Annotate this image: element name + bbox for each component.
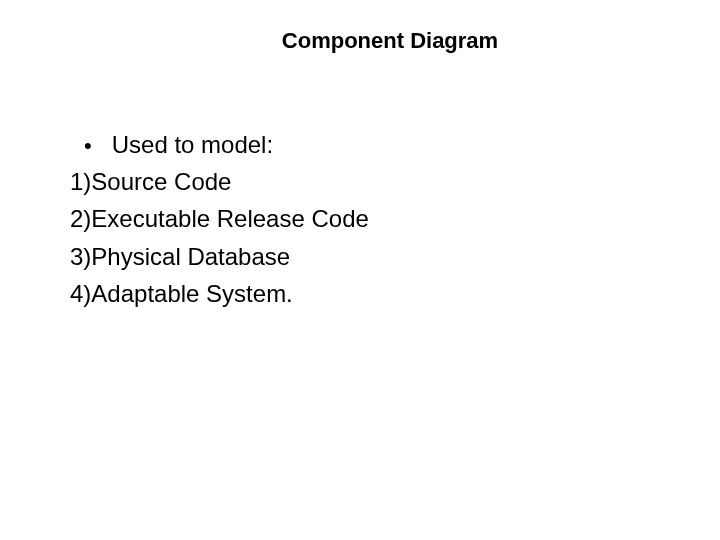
list-item: 3)Physical Database xyxy=(70,238,650,275)
bullet-marker: • xyxy=(84,129,92,163)
list-item: 2)Executable Release Code xyxy=(70,200,650,237)
slide-container: Component Diagram • Used to model: 1)Sou… xyxy=(0,0,720,540)
list-item: 4)Adaptable System. xyxy=(70,275,650,312)
slide-content: • Used to model: 1)Source Code 2)Executa… xyxy=(70,126,650,312)
slide-title: Component Diagram xyxy=(130,28,650,54)
bullet-item: • Used to model: xyxy=(70,126,650,163)
bullet-text: Used to model: xyxy=(112,126,273,163)
list-item: 1)Source Code xyxy=(70,163,650,200)
